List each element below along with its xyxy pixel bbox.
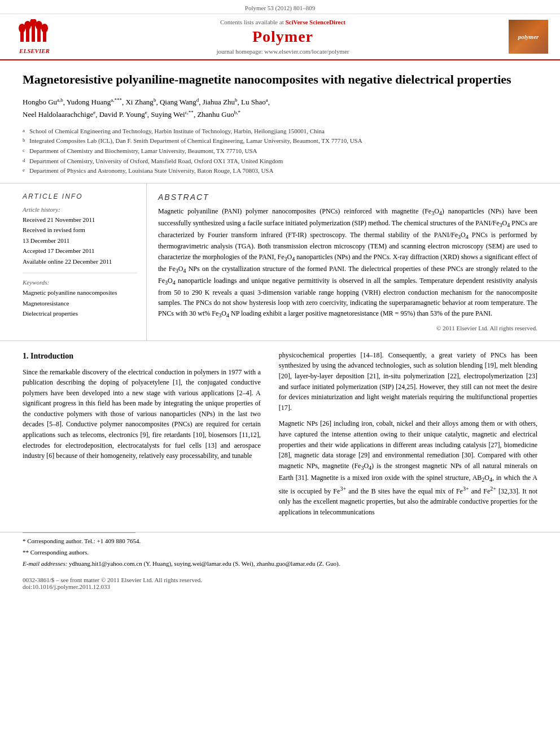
page: Polymer 53 (2012) 801–809 ELSEVIER — [0, 0, 560, 747]
footnote-1: * Corresponding author. Tel.: +1 409 880… — [23, 536, 537, 547]
abstract-label: ABSTRACT — [158, 193, 537, 202]
doi-section: 0032-3861/$ – see front matter © 2011 El… — [0, 574, 560, 595]
svg-rect-3 — [32, 25, 35, 42]
article-info-col: ARTICLE INFO Article history: Received 2… — [23, 184, 147, 340]
sciverse-prefix: Contents lists available at — [220, 19, 285, 25]
footnote-email: E-mail addresses: ydhuang.hit1@yahoo.com… — [23, 559, 537, 569]
intro-para-1: Since the remarkable discovery of the el… — [23, 367, 261, 461]
journal-center: Contents lists available at SciVerse Sci… — [67, 19, 499, 55]
authors-line: Hongbo Gua,b, Yudong Huanga,***, Xi Zhan… — [23, 96, 537, 121]
journal-name: Polymer — [252, 28, 313, 46]
section1-title: 1. Introduction — [23, 350, 261, 362]
body-left-col: 1. Introduction Since the remarkable dis… — [23, 350, 270, 523]
affil-d: d Department of Chemistry, University of… — [23, 156, 537, 167]
affil-b: b Integrated Composites Lab (ICL), Dan F… — [23, 136, 537, 146]
doi-value: doi:10.1016/j.polymer.2011.12.033 — [23, 583, 110, 590]
body-content: 1. Introduction Since the remarkable dis… — [0, 341, 560, 532]
history-online: Available online 22 December 2011 — [23, 257, 137, 267]
abstract-col: ABSTRACT Magnetic polyaniline (PANI) pol… — [147, 184, 537, 340]
keywords-section: Keywords: Magnetic polyaniline nanocompo… — [23, 273, 137, 318]
intro-para-3: Magnetic NPs [26] including iron, cobalt… — [279, 418, 537, 517]
journal-header: ELSEVIER Contents lists available at Sci… — [0, 14, 560, 60]
keyword-3: Dielectrical properties — [23, 309, 137, 318]
copyright-line: © 2011 Elsevier Ltd. All rights reserved… — [158, 325, 537, 331]
article-meta-section: ARTICLE INFO Article history: Received 2… — [0, 184, 560, 341]
history-revised-date: 13 December 2011 — [23, 236, 137, 246]
polymer-logo-text: polymer — [518, 33, 539, 40]
sciverse-line: Contents lists available at SciVerse Sci… — [220, 19, 345, 25]
history-received: Received 21 November 2011 — [23, 215, 137, 225]
body-right-col: physicochemical properties [14–18]. Cons… — [270, 350, 537, 523]
polymer-logo-box: polymer — [506, 19, 551, 55]
keyword-2: Magnetoresistance — [23, 299, 137, 308]
elsevier-logo: ELSEVIER — [9, 19, 60, 55]
sciverse-link[interactable]: SciVerse ScienceDirect — [285, 19, 345, 25]
footnotes-section: * Corresponding author. Tel.: +1 409 880… — [0, 532, 560, 574]
affil-a: a School of Chemical Engineering and Tec… — [23, 126, 537, 137]
reveals-word: reveals — [212, 289, 231, 296]
affiliations: a School of Chemical Engineering and Tec… — [23, 126, 537, 176]
footnote-2: ** Corresponding authors. — [23, 548, 537, 558]
keyword-1: Magnetic polyaniline nanocomposites — [23, 288, 137, 298]
elsevier-text: ELSEVIER — [19, 47, 50, 54]
elsevier-tree-icon — [15, 19, 54, 47]
keywords-label: Keywords: — [23, 279, 137, 286]
affil-e: e Department of Physics and Astronomy, L… — [23, 166, 537, 176]
journal-homepage: journal homepage: www.elsevier.com/locat… — [216, 48, 349, 55]
abstract-text: Magnetic polyaniline (PANI) polymer nano… — [158, 206, 537, 320]
history-label: Article history: — [23, 206, 137, 213]
history-revised-label: Received in revised form — [23, 225, 137, 235]
intro-para-2: physicochemical properties [14–18]. Cons… — [279, 350, 537, 413]
top-bar: Polymer 53 (2012) 801–809 — [0, 0, 560, 14]
volume-info: Polymer 53 (2012) 801–809 — [245, 5, 315, 11]
svg-point-10 — [41, 24, 48, 33]
article-header: Magnetoresistive polyaniline-magnetite n… — [0, 60, 560, 184]
polymer-logo-img: polymer — [509, 20, 548, 54]
article-info-label: ARTICLE INFO — [23, 193, 137, 200]
history-accepted: Accepted 17 December 2011 — [23, 246, 137, 256]
article-title: Magnetoresistive polyaniline-magnetite n… — [23, 72, 537, 88]
issn-line: 0032-3861/$ – see front matter © 2011 El… — [23, 576, 202, 583]
affil-c: c Department of Chemistry and Biochemist… — [23, 146, 537, 156]
